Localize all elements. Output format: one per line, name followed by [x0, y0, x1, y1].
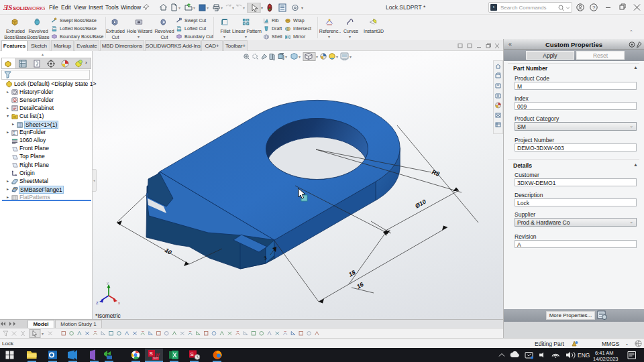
svg-text:?: ? [592, 5, 596, 11]
svg-text:▾: ▾ [42, 332, 44, 336]
svg-text:Σ: Σ [13, 131, 15, 135]
svg-text:14/02/2023: 14/02/2023 [593, 356, 619, 362]
svg-text:Z: Z [96, 301, 99, 305]
svg-text:▾: ▾ [301, 6, 303, 10]
svg-text:6:41 AM: 6:41 AM [595, 350, 614, 356]
svg-text:Ø10: Ø10 [414, 198, 427, 210]
svg-text:R8: R8 [431, 168, 440, 177]
svg-text:ƎS: ƎS [3, 3, 12, 11]
svg-text:*Isometric: *Isometric [95, 312, 121, 319]
svg-text:▾: ▾ [221, 6, 223, 10]
svg-text:WORKS: WORKS [28, 5, 45, 11]
svg-text:y: y [107, 281, 109, 285]
svg-text:2022: 2022 [153, 357, 158, 360]
svg-text:S: S [191, 351, 194, 357]
svg-text:▾: ▾ [207, 6, 209, 10]
svg-text:ENG: ENG [578, 352, 590, 359]
svg-text:10: 10 [164, 247, 173, 256]
svg-text:16: 16 [356, 281, 366, 290]
svg-text:▾: ▾ [261, 6, 263, 10]
svg-text:▾: ▾ [178, 6, 180, 10]
svg-text:W: W [156, 353, 160, 357]
svg-text:S: S [150, 351, 153, 357]
svg-text:18: 18 [347, 269, 357, 278]
svg-text:▾: ▾ [193, 6, 195, 10]
svg-text:x: x [118, 301, 120, 305]
svg-text:▾: ▾ [232, 6, 234, 10]
svg-text:SOLID: SOLID [13, 5, 29, 11]
svg-text:▾: ▾ [243, 6, 245, 10]
